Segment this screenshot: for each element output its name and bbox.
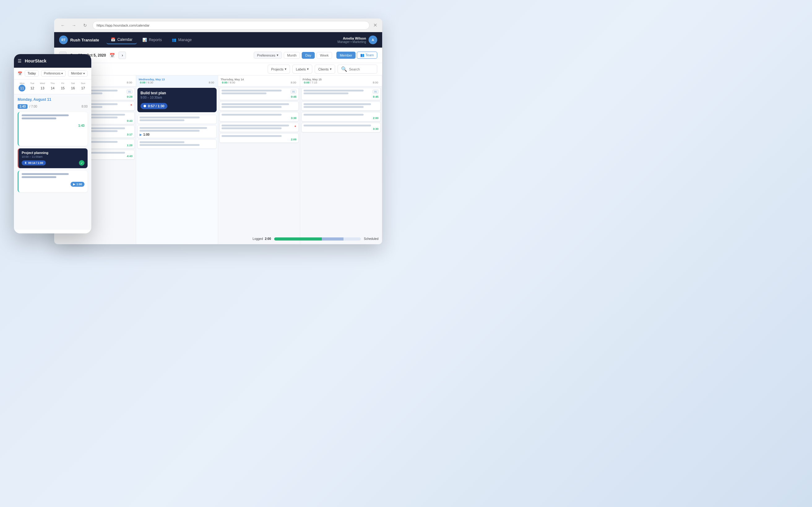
timer-button[interactable]: ⏸ 00:14 / 1:00	[22, 160, 46, 165]
scheduled-bar	[322, 237, 344, 240]
day-label-wednesday: Wednesday, May 13	[139, 78, 215, 81]
back-button[interactable]: ←	[59, 22, 66, 29]
preferences-button[interactable]: Preferences ▾	[254, 52, 282, 59]
logged-value: 2:00	[265, 237, 271, 240]
mobile-time-row: 1:43 / 7:00 8:00	[18, 104, 88, 109]
mobile-date-header: Monday, August 11	[18, 97, 88, 102]
logged-label: Logged	[253, 237, 263, 240]
labels-filter[interactable]: Labels ▾	[293, 65, 312, 73]
user-name: Amelia Wilson	[338, 37, 366, 40]
event-build-test-plan[interactable]: Build test plan 9:00 – 10:30am 0:57 / 1:…	[137, 88, 217, 112]
mobile-day-selector: Mon 11 Tue 12 Wed 13 Thu 14 Fri 15 Sat 1…	[14, 79, 91, 94]
day-col-friday: Friday, May 15 0:00 / 7:15 8:00 31 0:45	[300, 75, 382, 244]
next-week-button[interactable]: ›	[118, 52, 126, 59]
list-item	[301, 101, 380, 111]
list-item: 31 0:45	[219, 88, 299, 100]
day-item-sun[interactable]: Sun 17	[79, 82, 88, 92]
day-col-wednesday: Wednesday, May 13 0:00 / 6:30 8:00 Build…	[136, 75, 218, 244]
logo-icon: RT	[59, 36, 68, 44]
day-time-thursday: 0:00 / 8:00 8:00	[221, 81, 297, 84]
calendar-icon: 📅	[111, 38, 115, 42]
list-item: 2:00	[301, 112, 380, 121]
nav-reports[interactable]: 📊 Reports	[138, 36, 166, 44]
member-button[interactable]: Member	[336, 52, 356, 59]
task-bottom: ⏸ 00:14 / 1:00 ✓	[22, 160, 85, 166]
play-icon: ▶	[140, 133, 142, 136]
day-body-wednesday: ▶ 1:00	[136, 113, 218, 150]
refresh-button[interactable]: ↻	[82, 22, 89, 29]
search-input[interactable]	[349, 67, 374, 71]
nav-calendar[interactable]: 📅 Calendar	[106, 36, 137, 44]
team-button[interactable]: 👥 Team	[357, 52, 377, 59]
reports-icon: 📊	[142, 38, 147, 42]
event-title: Build test plan	[141, 91, 213, 95]
mobile-toolbar: 📅 Today Preferences ▾ Member ▾	[14, 68, 91, 79]
mobile-overlay: ☰ HourStack 📅 Today Preferences ▾ Member…	[14, 54, 91, 233]
logged-section: Logged 2:00	[253, 237, 271, 240]
task-time: 10:00 – 11:00am	[22, 155, 85, 158]
calendar-toolbar2: + ⏱ ⊞ Projects ▾ Labels ▾ Clients ▾ 🔍	[54, 63, 382, 75]
mobile-task-project-planning[interactable]: Project planning 10:00 – 11:00am ⏸ 00:14…	[18, 149, 88, 168]
day-body-friday: 31 0:45 2:00 3:30	[300, 87, 382, 133]
url-bar[interactable]: https://app.hourstack.com/calendar	[93, 21, 369, 30]
calendar-grid: Tuesday, May 12 8:16 / 8:00 8:00 31 0:29…	[54, 75, 382, 244]
clients-filter[interactable]: Clients ▾	[315, 65, 335, 73]
calendar-icon[interactable]: 📅	[109, 53, 115, 58]
total-time: 8:00	[82, 105, 88, 108]
log-badge[interactable]: ▶ 1:00	[70, 182, 85, 187]
chevron-down-icon: ▾	[307, 67, 309, 71]
logged-bar	[274, 237, 322, 240]
list-item	[137, 139, 217, 149]
chevron-down-icon: ▾	[330, 67, 332, 71]
week-view-button[interactable]: Week	[316, 52, 332, 59]
list-item: 2:00	[219, 133, 299, 143]
list-item: ✦	[219, 123, 299, 132]
day-item-fri[interactable]: Fri 15	[58, 82, 67, 92]
check-button[interactable]: ✓	[79, 160, 85, 166]
forward-button[interactable]: →	[70, 22, 78, 29]
people-icon: 👥	[360, 53, 364, 57]
day-item-sat[interactable]: Sat 16	[68, 82, 78, 92]
timer-badge[interactable]: 0:57 / 1:30	[141, 103, 167, 109]
close-button[interactable]: ✕	[373, 22, 377, 28]
day-item-wed[interactable]: Wed 13	[38, 82, 47, 92]
month-view-button[interactable]: Month	[284, 52, 300, 59]
day-item-tue[interactable]: Tue 12	[28, 82, 37, 92]
day-view-button[interactable]: Day	[302, 52, 315, 59]
day-item-mon[interactable]: Mon 11	[18, 82, 27, 92]
search-box[interactable]: 🔍	[338, 65, 377, 73]
day-time-wednesday: 0:00 / 6:30 8:00	[139, 81, 215, 84]
mobile-header: ☰ HourStack	[14, 54, 91, 68]
chevron-down-icon: ▾	[83, 72, 85, 75]
list-item: ▶ 1:00	[137, 125, 217, 138]
pause-icon: ⏸	[24, 161, 27, 164]
day-header-thursday: Thursday, May 14 0:00 / 8:00 8:00	[218, 75, 300, 87]
member-button-mobile[interactable]: Member ▾	[68, 70, 87, 77]
manage-icon: 👥	[172, 38, 176, 42]
list-item: 31 0:45	[301, 88, 380, 100]
nav-manage[interactable]: 👥 Manage	[167, 36, 196, 44]
projects-filter[interactable]: Projects ▾	[268, 65, 290, 73]
hamburger-icon[interactable]: ☰	[18, 58, 22, 63]
nav-items: 📅 Calendar 📊 Reports 👥 Manage	[106, 36, 337, 44]
chevron-down-icon: ▾	[276, 53, 278, 57]
play-icon: ▶	[73, 183, 75, 186]
chevron-down-icon: ▾	[285, 67, 287, 71]
mobile-task-3[interactable]: ▶ 1:00	[18, 171, 88, 192]
member-team-toggle: Member 👥 Team	[336, 52, 377, 59]
list-item: 3:30	[301, 123, 380, 132]
day-item-thu[interactable]: Thu 14	[48, 82, 57, 92]
mobile-app-name: HourStack	[25, 58, 46, 63]
today-button[interactable]: Today	[25, 70, 39, 77]
filter-buttons: Projects ▾ Labels ▾ Clients ▾ 🔍	[268, 65, 377, 73]
view-buttons: Preferences ▾ Month Day Week Member 👥 Te…	[254, 52, 377, 59]
user-info: Amelia Wilson Manager • Marketing	[338, 37, 366, 44]
task-title: Project planning	[22, 151, 85, 155]
time-badge: 1:43	[18, 104, 28, 109]
preferences-button-mobile[interactable]: Preferences ▾	[41, 70, 66, 77]
mobile-task-1[interactable]: 1:43	[18, 112, 88, 146]
calendar-toolbar: ‹ Sep 28 – Oct 5, 2020 📅 › Preferences ▾…	[54, 48, 382, 63]
day-label-thursday: Thursday, May 14	[221, 78, 297, 81]
search-icon: 🔍	[341, 66, 347, 72]
app-nav: RT Rush Translate 📅 Calendar 📊 Reports 👥…	[54, 32, 382, 48]
